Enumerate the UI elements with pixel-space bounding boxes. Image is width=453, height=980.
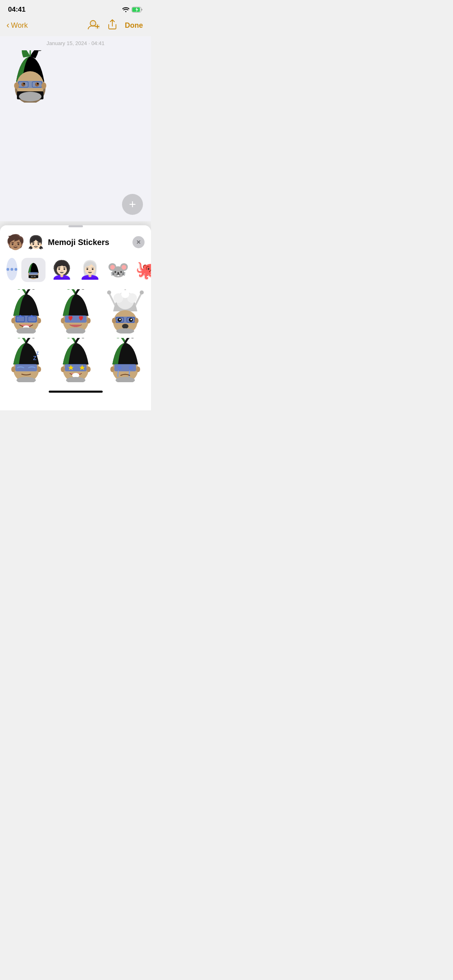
sheet-title-emoji-2: 👧🏻 — [28, 235, 44, 250]
status-icons — [122, 7, 143, 12]
share-icon — [108, 19, 117, 30]
add-person-icon — [88, 19, 100, 30]
back-chevron-icon: ‹ — [6, 20, 9, 31]
category-mouse[interactable]: 🐭 — [106, 258, 130, 282]
sticker-crying-laughing[interactable] — [2, 287, 50, 336]
sticker-categories: &$!#% 👩🏻‍🦱 👩🏻‍🦳 🐭 🐙 🐄 — [0, 255, 151, 287]
note-canvas[interactable]: January 15, 2024 · 04:41 — [0, 36, 151, 221]
sheet-title-emoji: 🧒🏽 — [6, 234, 25, 251]
category-jester[interactable]: &$!#% — [21, 258, 46, 282]
svg-point-39 — [37, 318, 41, 323]
sticker-grid-row1 — [0, 287, 151, 336]
battery-icon — [132, 7, 143, 12]
svg-text:Z: Z — [33, 355, 37, 361]
svg-point-33 — [31, 289, 36, 290]
close-icon: ✕ — [136, 239, 141, 245]
sheet-header: 🧒🏽 👧🏻 Memoji Stickers ✕ — [0, 227, 151, 255]
svg-point-94 — [136, 366, 140, 372]
category-girl1[interactable]: 👩🏻‍🦱 — [50, 258, 74, 282]
svg-text:&$!#%: &$!#% — [31, 276, 36, 278]
svg-point-92 — [129, 366, 133, 370]
svg-point-84 — [61, 366, 65, 372]
svg-point-16 — [21, 82, 25, 86]
svg-point-46 — [87, 318, 91, 323]
svg-point-32 — [16, 289, 22, 290]
sheet-title: Memoji Stickers — [48, 238, 132, 247]
girl1-emoji: 👩🏻‍🦱 — [51, 259, 73, 280]
svg-point-24 — [19, 92, 41, 101]
svg-point-43 — [80, 289, 86, 290]
girl2-emoji: 👩🏻‍🦳 — [79, 259, 101, 280]
add-person-button[interactable] — [88, 19, 100, 31]
svg-point-74 — [11, 366, 15, 372]
note-sticker[interactable]: &$!#% — [4, 50, 56, 104]
sticker-grid-row2: Z Z — [0, 336, 151, 384]
status-bar: 04:41 — [0, 0, 151, 16]
status-time: 04:41 — [8, 6, 25, 14]
jester-curse-sticker: &$!#% — [4, 50, 56, 103]
category-girl2[interactable]: 👩🏻‍🦳 — [78, 258, 102, 282]
svg-point-75 — [37, 366, 41, 372]
sticker-svg-5 — [54, 338, 98, 382]
svg-point-62 — [119, 319, 121, 320]
category-octopus[interactable]: 🐙 — [134, 258, 151, 282]
nav-actions: Done — [88, 19, 143, 31]
home-indicator — [49, 391, 103, 393]
svg-point-89 — [130, 338, 135, 338]
svg-point-66 — [134, 318, 139, 323]
svg-point-51 — [140, 290, 144, 294]
svg-text:Z: Z — [36, 351, 39, 356]
svg-point-79 — [80, 338, 86, 338]
svg-point-65 — [112, 318, 116, 323]
close-button[interactable]: ✕ — [132, 236, 145, 248]
svg-rect-44 — [65, 315, 87, 323]
svg-rect-26 — [29, 272, 38, 275]
share-button[interactable] — [108, 19, 117, 31]
add-fab-icon: + — [129, 198, 136, 210]
sticker-starstruck[interactable] — [51, 336, 100, 384]
sticker-svg-6 — [103, 338, 147, 382]
octopus-emoji: 🐙 — [135, 259, 151, 280]
category-more-button[interactable] — [6, 258, 17, 280]
svg-point-55 — [121, 290, 129, 298]
svg-point-17 — [35, 82, 39, 86]
note-date: January 15, 2024 · 04:41 — [4, 40, 147, 46]
sticker-sleeping[interactable]: Z Z — [2, 336, 50, 384]
svg-point-78 — [66, 338, 71, 338]
dot-2 — [10, 268, 13, 271]
svg-point-85 — [87, 366, 91, 372]
svg-point-38 — [11, 318, 15, 323]
add-fab-button[interactable]: + — [122, 194, 143, 215]
svg-point-49 — [107, 290, 111, 294]
dot-1 — [6, 268, 9, 271]
svg-point-22 — [14, 82, 19, 89]
svg-point-93 — [110, 366, 114, 372]
svg-point-69 — [16, 338, 22, 338]
mouse-emoji: 🐭 — [107, 259, 129, 280]
svg-point-88 — [115, 338, 121, 338]
wifi-icon — [122, 7, 129, 12]
sticker-crying[interactable] — [101, 336, 149, 384]
nav-bar: ‹ Work Done — [0, 16, 151, 36]
svg-point-64 — [122, 324, 128, 329]
svg-point-23 — [41, 82, 46, 89]
sticker-svg-4: Z Z — [4, 338, 48, 382]
svg-point-91 — [118, 366, 122, 370]
sticker-svg-3 — [103, 289, 147, 334]
done-button[interactable]: Done — [125, 21, 143, 30]
back-label: Work — [11, 21, 28, 30]
bottom-sheet: 🧒🏽 👧🏻 Memoji Stickers ✕ &$!#% — [0, 225, 151, 410]
sticker-heart-eyes[interactable] — [51, 287, 100, 336]
svg-point-63 — [130, 319, 132, 320]
dot-3 — [14, 268, 17, 271]
svg-point-42 — [66, 289, 71, 290]
back-button[interactable]: ‹ Work — [6, 20, 28, 31]
svg-point-70 — [31, 338, 36, 338]
sticker-mind-blown[interactable] — [101, 287, 149, 336]
sticker-svg-2 — [54, 289, 98, 334]
svg-point-45 — [61, 318, 65, 323]
svg-point-18 — [23, 83, 25, 84]
svg-point-19 — [37, 83, 39, 84]
jester-category-icon: &$!#% — [24, 261, 43, 279]
sticker-svg-1 — [4, 289, 48, 334]
